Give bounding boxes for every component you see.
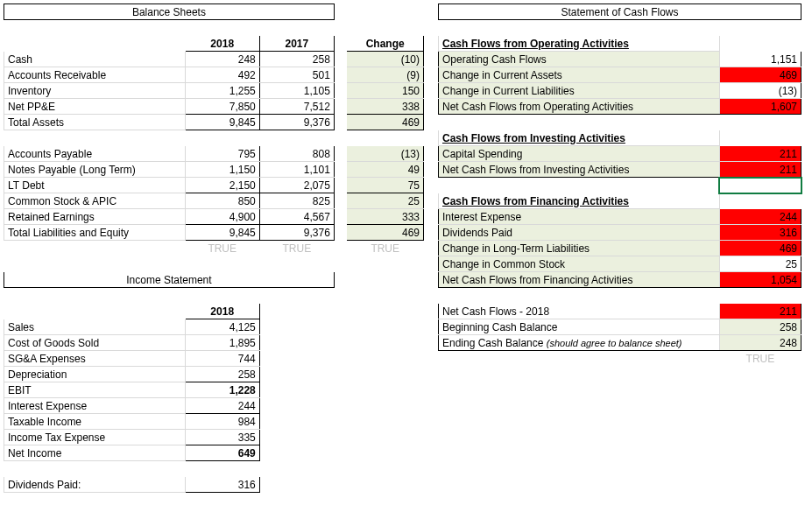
check-2018: TRUE <box>185 241 259 256</box>
cash-flow-table: Statement of Cash Flows Cash Flows from … <box>438 4 801 367</box>
ending-cash-label: Ending Cash Balance (should agree to bal… <box>439 335 720 351</box>
scf-title: Statement of Cash Flows <box>439 4 801 20</box>
selected-cell[interactable] <box>719 178 801 193</box>
operating-header: Cash Flows from Operating Activities <box>439 36 720 52</box>
check-change: TRUE <box>347 241 424 256</box>
col-change: Change <box>347 36 424 52</box>
balance-sheet-table: Balance Sheets 2018 2017 Change Cash 248… <box>4 4 424 493</box>
col-2017: 2017 <box>259 36 334 52</box>
check-2017: TRUE <box>259 241 334 256</box>
col-2018: 2018 <box>185 36 259 52</box>
investing-header: Cash Flows from Investing Activities <box>439 130 720 146</box>
balance-sheet-title: Balance Sheets <box>4 4 335 20</box>
income-statement-title: Income Statement <box>4 272 335 288</box>
financing-header: Cash Flows from Financing Activities <box>439 193 720 209</box>
row-cash-label: Cash <box>4 52 186 67</box>
scf-check: TRUE <box>719 351 801 367</box>
